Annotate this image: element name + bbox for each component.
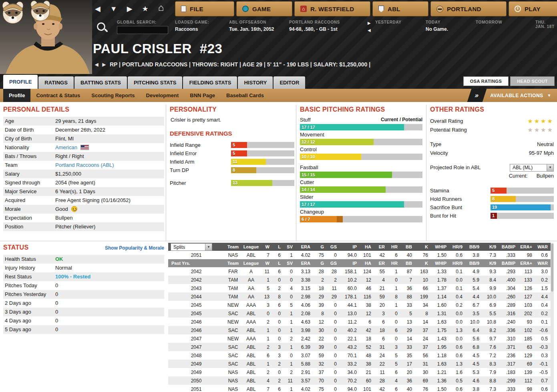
stats-row[interactable]: 2045NEWAAA3654.0639044.13820133341.600.2… [168, 301, 551, 309]
other-rating-row: Sacrifice Bunt19 [430, 203, 554, 211]
rating-bar: 5 [491, 188, 554, 194]
stats-row[interactable]: 2042TAMAA1003.382210.212407101.780.05.98… [168, 276, 551, 284]
detail-label: Expectation [3, 214, 55, 222]
player-name: PAUL CRISLER#23 [93, 41, 222, 56]
tab-ratings[interactable]: RATINGS [38, 76, 74, 89]
tab-history[interactable]: HISTORY [238, 76, 273, 89]
us-flag-icon [80, 145, 89, 150]
tab-batting-stats[interactable]: BATTING STATS [74, 76, 127, 89]
tomorrow-section[interactable]: TOMORROW [476, 20, 502, 24]
tab-editor[interactable]: EDITOR [273, 76, 305, 89]
loaded-game-value: Raccoons [175, 26, 209, 32]
league-logo-icon [378, 6, 384, 12]
stats-row[interactable]: 2049NASABL2022.9137034.02111620301.211.6… [168, 368, 551, 376]
subtab-scouting-reports[interactable]: Scouting Reports [86, 89, 140, 102]
chevrons-icon: » [467, 89, 487, 102]
pitch-rating: Changeup6 / 7 [300, 209, 422, 222]
splits-dropdown-value: Splits [171, 244, 205, 250]
stats-current-row[interactable]: 2051NASABL7614.0275094.010142640761.500.… [168, 251, 551, 259]
tab-profile[interactable]: PROFILE [3, 75, 38, 89]
prev-player-icon[interactable]: ◀ [95, 62, 98, 67]
type-row: Type Neutral [430, 140, 554, 149]
projected-role-dropdown[interactable]: ABL (ML) ▼ [510, 164, 554, 172]
menu-file[interactable]: FILE [175, 1, 234, 16]
yesterday-label: YESTERDAY [375, 20, 402, 24]
projected-role-value: ABL (ML) [510, 163, 547, 172]
next-player-icon[interactable]: ▶ [102, 62, 105, 67]
detail-value[interactable]: American [55, 143, 164, 152]
subtab-development[interactable]: Development [141, 89, 185, 102]
status-row: 5 Days ago0 [3, 325, 164, 334]
tab-pitching-stats[interactable]: PITCHING STATS [128, 76, 182, 89]
prev-day-icon[interactable]: ◀ [368, 28, 371, 32]
available-actions[interactable]: » AVAILABLE ACTIONS ▼ [469, 89, 557, 102]
status-label: 4 Days ago [3, 316, 55, 325]
stats-header-row[interactable]: TeamLeagueWLSVERAGGSIPHAERHRBBKWHIPHR/9B… [168, 243, 551, 251]
button-osa-ratings[interactable]: OSA RATINGS [463, 76, 509, 86]
status-value: 0 [55, 281, 164, 290]
subtab-baseball-cards[interactable]: Baseball Cards [221, 89, 269, 102]
current-role-row: Current: Bullpen [430, 172, 554, 180]
stats-row[interactable]: 2043TAMAA5243.15181160.04621136661.370.1… [168, 284, 551, 292]
status-row: Injury HistoryNormal [3, 264, 164, 272]
caret-down-icon: ▼ [547, 93, 551, 98]
subtab-contract-status[interactable]: Contract & Status [30, 89, 86, 102]
yesterday-section[interactable]: YESTERDAY [375, 20, 402, 24]
button-head-scout[interactable]: HEAD SCOUT [510, 76, 555, 86]
dropdown-icon[interactable]: ▼ [110, 4, 117, 14]
search-icon[interactable] [96, 22, 109, 34]
rating-bar: 1 [491, 213, 554, 219]
menu-league[interactable]: ABL [372, 1, 428, 16]
menu-game[interactable]: GAME [236, 1, 292, 16]
status-value: Normal [55, 264, 164, 272]
stats-row[interactable]: 2050NASABL42113.5770070.26028436691.360.… [168, 376, 551, 385]
stats-row[interactable]: 2049SACABL1215.8832033.23822517311.631.3… [168, 360, 551, 368]
personal-details-title: PERSONAL DETAILS [3, 106, 164, 113]
menu-play[interactable]: PLAY [509, 1, 557, 16]
stats-row[interactable]: 2051NASABL7614.0275094.010142640761.500.… [168, 385, 551, 392]
other-rating-row: Hold Runners8 [430, 195, 554, 203]
today-section[interactable]: TODAY No Game. [426, 20, 448, 32]
detail-row: Age29 years, 21 days [3, 117, 164, 126]
home-icon[interactable]: ⌂ [158, 3, 164, 14]
subtab-profile[interactable]: Profile [3, 89, 30, 102]
morale-smiley-icon [71, 206, 77, 212]
stats-row[interactable]: 2044TAMAA13802.982929178.1116598881991.1… [168, 292, 551, 301]
today-label: TODAY [426, 20, 448, 24]
next-day-icon[interactable]: ▶ [368, 21, 371, 25]
stats-row[interactable]: 2047NEWAAA1022.4222022.1186014241.430.05… [168, 334, 551, 343]
splits-dropdown[interactable]: Splits ▼ [171, 243, 212, 251]
forward-icon[interactable]: ▶ [127, 4, 133, 14]
potential-rating-label: Potential Rating [430, 126, 467, 134]
team-name-label: PORTLAND RACCOONS [289, 20, 340, 24]
stats-row[interactable]: 2045SACABL0012.088013.01230581.310.03.55… [168, 309, 551, 318]
scrollbar-thumb[interactable] [551, 244, 553, 292]
status-value: 0 [55, 316, 164, 325]
stats-row[interactable]: 2046NEWAAA2014.6312011.266013141.630.010… [168, 318, 551, 326]
show-popularity-link[interactable]: Show Popularity & Morale [105, 245, 164, 251]
back-icon[interactable]: ◀ [95, 4, 101, 14]
favorites-icon[interactable]: ★ [142, 4, 149, 14]
detail-value[interactable]: Portland Raccoons (ABL) [55, 161, 164, 170]
table-scrollbar[interactable] [551, 243, 554, 392]
tab-fielding-stats[interactable]: FIELDING STATS [183, 76, 237, 89]
search-input[interactable] [117, 26, 168, 34]
stats-row[interactable]: 2046SACABL1013.9830040.24218629371.751.3… [168, 326, 551, 334]
pitching-ratings-title: BASIC PITCHING RATINGS [300, 106, 422, 113]
pitch-rating: StuffCurrent / Potential17 / 17 [300, 117, 422, 130]
detail-value: 6 Year(s), 1 Days [55, 187, 164, 196]
rating-bar: 10 / 10 [300, 154, 422, 160]
detail-label: Acquired [3, 196, 55, 205]
stats-past-header-row[interactable]: Past Yrs.TeamLeagueWLSVERAGGSIPHAERHRBBK… [168, 259, 551, 267]
status-row: 2 Days ago0 [3, 299, 164, 308]
stats-row[interactable]: 2042FARA11603.132828158.1124551871631.33… [168, 267, 551, 276]
stats-row[interactable]: 2048SACABL6303.0759070.14824535561.180.6… [168, 351, 551, 360]
status-row: Health StatusOK [3, 255, 164, 264]
pitching-ratings-panel: BASIC PITCHING RATINGS StuffCurrent / Po… [300, 106, 422, 224]
subtab-bnn-page[interactable]: BNN Page [184, 89, 221, 102]
detail-row: NationalityAmerican [3, 143, 164, 152]
menu-manager[interactable]: R. WESTFIELD [294, 1, 370, 16]
rating-bar: 5 [231, 150, 294, 156]
menu-team[interactable]: PORTLAND [430, 1, 507, 16]
stats-row[interactable]: 2047SACABL2316.3939043.25231333371.950.6… [168, 343, 551, 351]
